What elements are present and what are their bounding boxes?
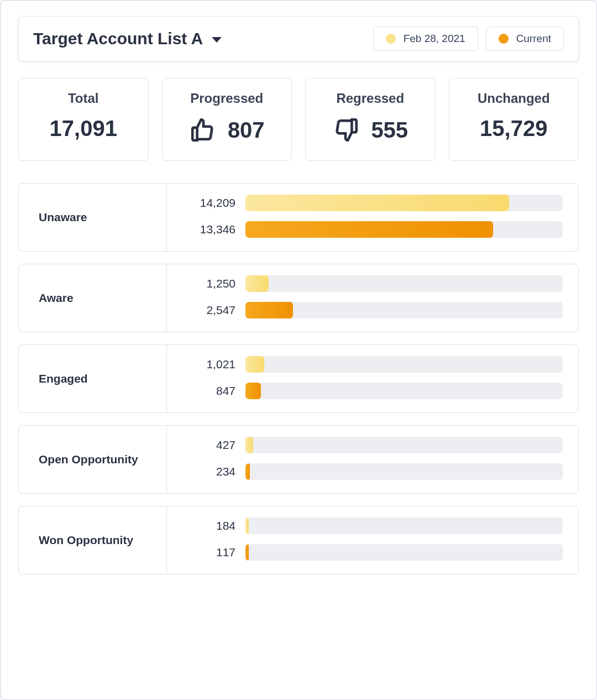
bar-row-prev: 14,209 [175, 195, 563, 211]
bar-track [245, 518, 563, 534]
account-list-name: Target Account List A [33, 29, 203, 48]
bar-fill [245, 463, 250, 480]
legend-swatch-current [499, 34, 509, 44]
bar-value: 14,209 [175, 196, 235, 210]
stat-regressed[interactable]: Regressed 555 [305, 78, 436, 161]
stage-bars: 1,021847 [167, 345, 578, 412]
stat-unchanged[interactable]: Unchanged 15,729 [449, 78, 579, 161]
bar-track [245, 275, 563, 292]
bar-value: 234 [175, 465, 235, 478]
stage-name: Engaged [19, 345, 167, 412]
bar-track [245, 437, 563, 453]
legend-item-prev[interactable]: Feb 28, 2021 [373, 27, 478, 51]
bar-track [245, 463, 563, 480]
bar-value: 427 [175, 438, 235, 452]
stage-row[interactable]: Won Opportunity184117 [18, 506, 579, 574]
bar-row-prev: 184 [175, 518, 563, 534]
bar-track [245, 195, 563, 211]
stage-name: Aware [19, 264, 167, 332]
thumbs-down-icon [332, 116, 360, 144]
bar-value: 1,021 [175, 358, 235, 371]
bar-value: 847 [175, 384, 235, 398]
stat-label: Progressed [190, 91, 263, 106]
legend-swatch-prev [386, 34, 396, 44]
stage-name: Open Opportunity [19, 426, 167, 493]
chevron-down-icon [212, 37, 222, 43]
stat-total[interactable]: Total 17,091 [18, 78, 149, 161]
bar-row-curr: 847 [175, 383, 563, 399]
bar-fill [245, 518, 249, 534]
bar-fill [245, 275, 269, 292]
bar-fill [245, 221, 493, 238]
bar-row-prev: 1,021 [175, 356, 563, 373]
account-stage-panel: Target Account List A Feb 28, 2021 Curre… [0, 0, 597, 700]
stage-row[interactable]: Aware1,2502,547 [18, 264, 579, 332]
stat-value: 555 [371, 118, 408, 143]
bar-row-curr: 234 [175, 463, 563, 480]
stage-bars: 427234 [167, 426, 578, 493]
bar-row-curr: 117 [175, 544, 563, 561]
bar-fill [245, 383, 261, 399]
bar-value: 117 [175, 546, 235, 559]
bar-track [245, 356, 563, 373]
stat-value: 17,091 [50, 116, 117, 141]
summary-stats: Total 17,091 Progressed 807 Regressed [18, 78, 579, 161]
stage-bars: 184117 [167, 506, 578, 574]
account-list-selector[interactable]: Target Account List A [33, 29, 222, 48]
bar-track [245, 544, 563, 561]
legend-label-current: Current [516, 33, 551, 45]
stat-label: Regressed [336, 91, 404, 106]
stage-row[interactable]: Open Opportunity427234 [18, 425, 579, 494]
bar-track [245, 383, 563, 399]
legend-label-prev: Feb 28, 2021 [404, 33, 465, 45]
stat-label: Total [68, 91, 99, 106]
bar-track [245, 221, 563, 238]
header-card: Target Account List A Feb 28, 2021 Curre… [18, 16, 579, 61]
stat-value: 15,729 [480, 116, 547, 141]
bar-fill [245, 544, 249, 561]
bar-value: 1,250 [175, 277, 235, 290]
bar-row-curr: 13,346 [175, 221, 563, 238]
stat-value: 807 [228, 118, 265, 143]
stage-row[interactable]: Engaged1,021847 [18, 344, 579, 413]
stat-label: Unchanged [478, 91, 550, 106]
bar-value: 184 [175, 519, 235, 532]
bar-value: 2,547 [175, 304, 235, 317]
bar-track [245, 302, 563, 318]
bar-fill [245, 302, 293, 318]
stage-name: Unaware [19, 184, 167, 251]
bar-row-prev: 427 [175, 437, 563, 453]
thumbs-up-icon [189, 116, 217, 144]
legend-item-current[interactable]: Current [486, 27, 564, 51]
bar-value: 13,346 [175, 223, 235, 236]
bar-row-curr: 2,547 [175, 302, 563, 318]
bar-fill [245, 437, 253, 453]
bar-fill [245, 195, 509, 211]
bar-fill [245, 356, 264, 373]
stage-list: Unaware14,20913,346Aware1,2502,547Engage… [18, 183, 579, 574]
stage-bars: 14,20913,346 [167, 184, 578, 251]
stage-row[interactable]: Unaware14,20913,346 [18, 183, 579, 252]
stat-progressed[interactable]: Progressed 807 [162, 78, 292, 161]
stage-name: Won Opportunity [19, 506, 167, 574]
stage-bars: 1,2502,547 [167, 264, 578, 332]
legend: Feb 28, 2021 Current [373, 27, 564, 51]
bar-row-prev: 1,250 [175, 275, 563, 292]
